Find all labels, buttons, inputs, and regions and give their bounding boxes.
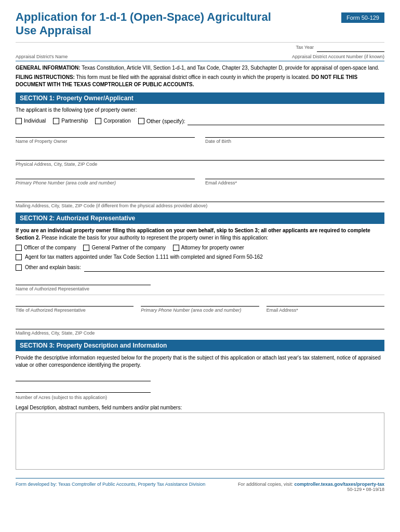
section3-header: SECTION 3: Property Description and Info… bbox=[16, 340, 384, 351]
rep-mailing-input[interactable] bbox=[16, 321, 384, 329]
rep-phone-field: Primary Phone Number (area code and numb… bbox=[141, 298, 259, 313]
agent-row: Agent for tax matters appointed under Ta… bbox=[16, 254, 384, 260]
rep-mailing-field: Mailing Address, City, State, ZIP Code bbox=[16, 321, 384, 336]
name-dob-row: Name of Property Owner Date of Birth bbox=[16, 129, 384, 148]
dob-label: Date of Birth bbox=[205, 139, 231, 144]
corporation-label: Corporation bbox=[103, 118, 130, 124]
other-explain-label: Other and explain basis: bbox=[25, 264, 81, 270]
other-explain-input[interactable] bbox=[84, 263, 384, 272]
footer-right: For additional copies, visit: comptrolle… bbox=[238, 482, 384, 492]
phone-field: Primary Phone Number (area code and numb… bbox=[16, 171, 195, 185]
legal-desc-label: Legal Description, abstract numbers, fie… bbox=[16, 405, 182, 410]
rep-mailing-label: Mailing Address, City, State, ZIP Code bbox=[16, 330, 95, 336]
officer-checkbox[interactable] bbox=[16, 245, 22, 251]
attorney-label: Attorney for property owner bbox=[181, 245, 244, 250]
header-divider bbox=[16, 42, 384, 43]
authority-row: Officer of the company General Partner o… bbox=[16, 245, 384, 251]
tax-year-label: Tax Year bbox=[296, 45, 314, 52]
agent-label: Agent for tax matters appointed under Ta… bbox=[25, 254, 263, 260]
rep-email-field: Email Address* bbox=[266, 298, 384, 313]
rep-divider bbox=[16, 295, 384, 295]
individual-checkbox[interactable] bbox=[16, 118, 22, 124]
mailing-address-field: Mailing Address, City, State, ZIP Code (… bbox=[16, 194, 384, 208]
acres-field-group: Number of Acres (subject to this applica… bbox=[16, 384, 384, 400]
property-id-field bbox=[16, 373, 384, 381]
officer-option: Officer of the company bbox=[16, 245, 76, 251]
rep-email-input[interactable] bbox=[266, 298, 384, 307]
other-checkbox[interactable] bbox=[138, 118, 144, 124]
general-partner-label: General Partner of the company bbox=[91, 245, 165, 250]
property-id-input[interactable] bbox=[16, 373, 151, 381]
dob-input[interactable] bbox=[205, 129, 384, 138]
physical-address-input[interactable] bbox=[16, 152, 384, 161]
phone-label: Primary Phone Number (area code and numb… bbox=[16, 180, 116, 185]
rep-title-field: Title of Authorized Representative bbox=[16, 298, 134, 313]
page-title: Application for 1-d-1 (Open-Space) Agric… bbox=[16, 10, 271, 38]
legal-desc-field: Legal Description, abstract numbers, fie… bbox=[16, 404, 384, 470]
other-explain-row: Other and explain basis: bbox=[16, 263, 384, 272]
footer-link[interactable]: comptroller.texas.gov/taxes/property-tax bbox=[294, 482, 384, 487]
rep-name-label: Name of Authorized Representative bbox=[16, 286, 89, 291]
page-footer: Form developed by: Texas Comptroller of … bbox=[16, 478, 384, 492]
section2-header: SECTION 2: Authorized Representative bbox=[16, 212, 384, 224]
rep-title-label: Title of Authorized Representative bbox=[16, 308, 86, 313]
tax-year-input[interactable] bbox=[317, 45, 384, 52]
partnership-checkbox[interactable] bbox=[53, 118, 59, 124]
mailing-address-label: Mailing Address, City, State, ZIP Code (… bbox=[16, 203, 207, 208]
partnership-option: Partnership bbox=[53, 118, 88, 124]
tax-year-row: Tax Year bbox=[16, 45, 384, 52]
owner-name-field: Name of Property Owner bbox=[16, 129, 195, 144]
acres-input[interactable] bbox=[16, 384, 151, 393]
filing-instructions: FILING INSTRUCTIONS: This form must be f… bbox=[16, 74, 384, 88]
rep-phone-label: Primary Phone Number (area code and numb… bbox=[141, 308, 241, 313]
attorney-checkbox[interactable] bbox=[173, 245, 179, 251]
section1-header: SECTION 1: Property Owner/Applicant bbox=[16, 92, 384, 104]
district-account-label: Appraisal District Account Number (if kn… bbox=[292, 54, 384, 59]
email-field: Email Address* bbox=[205, 171, 384, 185]
rep-email-label: Email Address* bbox=[266, 308, 298, 313]
owner-type-row: The applicant is the following type of p… bbox=[16, 107, 384, 113]
phone-email-row: Primary Phone Number (area code and numb… bbox=[16, 171, 384, 190]
owner-type-label: The applicant is the following type of p… bbox=[16, 107, 137, 113]
email-input[interactable] bbox=[205, 171, 384, 179]
general-info: GENERAL INFORMATION: Texas Constitution,… bbox=[16, 64, 384, 72]
general-partner-option: General Partner of the company bbox=[83, 245, 165, 251]
physical-address-label: Physical Address, City, State, ZIP Code bbox=[16, 162, 97, 167]
other-option: Other (specify): bbox=[138, 117, 384, 125]
footer-left-text: Form developed by: Texas Comptroller of … bbox=[16, 482, 205, 492]
owner-name-label: Name of Property Owner bbox=[16, 139, 68, 144]
individual-label: Individual bbox=[24, 118, 46, 124]
owner-name-input[interactable] bbox=[16, 129, 195, 138]
rep-phone-input[interactable] bbox=[141, 298, 259, 307]
footer-form-ref: 50-129 • 08-19/18 bbox=[238, 487, 384, 492]
rep-title-phone-email-row: Title of Authorized Representative Prima… bbox=[16, 298, 384, 317]
section2-intro: If you are an individual property owner … bbox=[16, 227, 384, 242]
agent-checkbox[interactable] bbox=[16, 254, 22, 260]
legal-desc-input[interactable] bbox=[16, 413, 384, 470]
email-label: Email Address* bbox=[205, 180, 237, 185]
general-partner-checkbox[interactable] bbox=[83, 245, 89, 251]
other-specify-input[interactable] bbox=[188, 117, 384, 125]
physical-address-field: Physical Address, City, State, ZIP Code bbox=[16, 152, 384, 167]
partnership-label: Partnership bbox=[61, 118, 88, 124]
corporation-checkbox[interactable] bbox=[95, 118, 101, 124]
rep-title-input[interactable] bbox=[16, 298, 134, 307]
other-label: Other (specify): bbox=[146, 118, 185, 124]
footer-right-text: For additional copies, visit: bbox=[238, 482, 295, 487]
page-header: Application for 1-d-1 (Open-Space) Agric… bbox=[16, 10, 384, 38]
other-explain-checkbox[interactable] bbox=[16, 264, 22, 271]
section3-intro: Provide the descriptive information requ… bbox=[16, 354, 384, 369]
corporation-option: Corporation bbox=[95, 118, 130, 124]
dob-field: Date of Birth bbox=[205, 129, 384, 144]
attorney-option: Attorney for property owner bbox=[173, 245, 244, 251]
owner-checkboxes: Individual Partnership Corporation Other… bbox=[16, 117, 384, 125]
form-number-badge: Form 50-129 bbox=[341, 12, 384, 23]
officer-label: Officer of the company bbox=[24, 245, 76, 250]
individual-option: Individual bbox=[16, 118, 46, 124]
rep-name-field: Name of Authorized Representative bbox=[16, 277, 384, 291]
district-name-label: Appraisal District's Name bbox=[16, 54, 68, 59]
rep-name-input[interactable] bbox=[16, 277, 151, 285]
district-row: Appraisal District's Name Appraisal Dist… bbox=[16, 54, 384, 61]
phone-input[interactable] bbox=[16, 171, 195, 179]
mailing-address-input[interactable] bbox=[16, 194, 384, 202]
